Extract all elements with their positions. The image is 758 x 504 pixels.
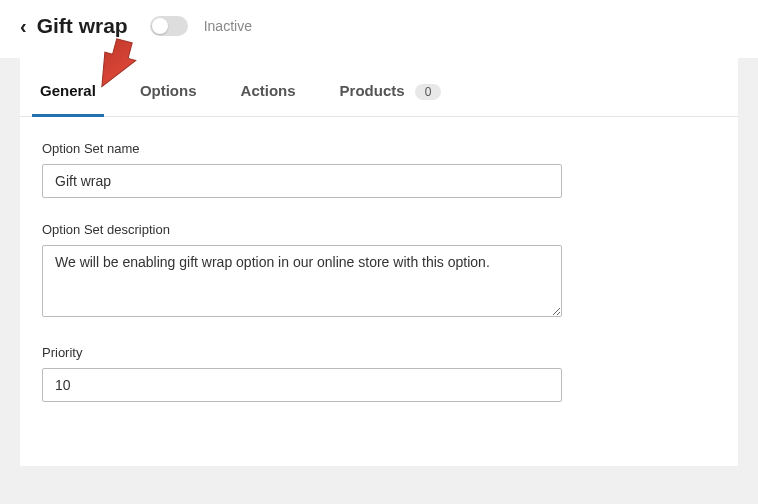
tab-label: General: [40, 82, 96, 99]
content-area: General Options Actions Products 0 Optio…: [0, 58, 758, 504]
tab-actions[interactable]: Actions: [239, 58, 298, 116]
back-icon[interactable]: ‹: [20, 16, 27, 36]
description-group: Option Set description: [42, 222, 716, 321]
general-form: Option Set name Option Set description P…: [20, 117, 738, 466]
priority-label: Priority: [42, 345, 716, 360]
tab-label: Options: [140, 82, 197, 99]
page-title: Gift wrap: [37, 14, 128, 38]
tab-products[interactable]: Products 0: [338, 58, 444, 116]
tab-general[interactable]: General: [38, 58, 98, 116]
tab-label: Products: [340, 82, 405, 99]
toggle-knob: [152, 18, 168, 34]
tab-options[interactable]: Options: [138, 58, 199, 116]
active-toggle[interactable]: [150, 16, 188, 36]
tabs-nav: General Options Actions Products 0: [20, 58, 738, 117]
page-header: ‹ Gift wrap Inactive: [0, 0, 758, 58]
priority-group: Priority: [42, 345, 716, 402]
tab-label: Actions: [241, 82, 296, 99]
description-textarea[interactable]: [42, 245, 562, 317]
description-label: Option Set description: [42, 222, 716, 237]
priority-input[interactable]: [42, 368, 562, 402]
toggle-state-label: Inactive: [204, 18, 252, 34]
name-group: Option Set name: [42, 141, 716, 198]
settings-card: General Options Actions Products 0 Optio…: [20, 58, 738, 466]
name-label: Option Set name: [42, 141, 716, 156]
name-input[interactable]: [42, 164, 562, 198]
products-count-badge: 0: [415, 84, 442, 100]
